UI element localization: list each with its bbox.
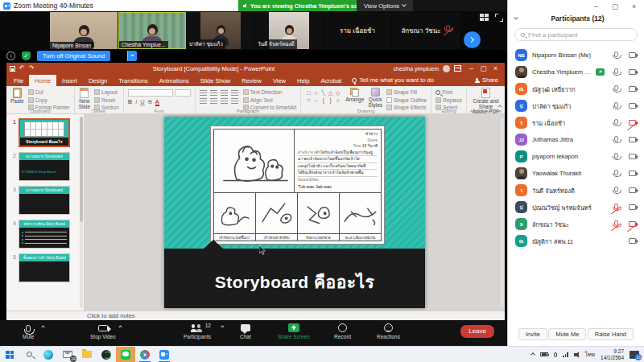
- notification-center-icon[interactable]: 13: [630, 351, 639, 359]
- shape-icon[interactable]: □: [305, 89, 312, 97]
- participant-row[interactable]: Chestha Yimpluem (Host): [508, 64, 644, 80]
- search-input[interactable]: [528, 31, 617, 39]
- ribbon-display-options-icon[interactable]: [454, 65, 461, 72]
- strikethrough-button[interactable]: S: [148, 98, 152, 105]
- notes-area[interactable]: Click to add notes: [6, 311, 505, 320]
- close-button[interactable]: ×: [489, 64, 502, 72]
- original-sound-button[interactable]: Turn off Original Sound: [37, 51, 110, 61]
- undo-icon[interactable]: ↶: [19, 65, 25, 72]
- font-size-select[interactable]: [175, 89, 191, 97]
- paste-button[interactable]: Paste: [10, 88, 24, 105]
- tab-slide-show[interactable]: Slide Show: [195, 75, 237, 86]
- shape-outline-button[interactable]: Shape Outline: [386, 97, 427, 103]
- tell-me-box[interactable]: Tell me what you want to do: [352, 76, 434, 86]
- layout-button[interactable]: Layout: [94, 89, 119, 95]
- participant-row[interactable]: P piyaporn lekapon: [508, 148, 644, 165]
- participant-search[interactable]: [514, 28, 638, 41]
- share-screen-button[interactable]: Share Screen: [278, 323, 310, 339]
- video-tile-4[interactable]: วันดี จันทร์ทองดี: [255, 12, 323, 49]
- slide-thumbnail-4[interactable]: 4 หลักการเขียน Story Board: [8, 220, 76, 249]
- mic-icon[interactable]: [611, 85, 621, 93]
- indent-icon[interactable]: [221, 90, 228, 96]
- shape-icon[interactable]: }: [327, 97, 334, 104]
- camera-icon[interactable]: [627, 69, 637, 75]
- view-options-button[interactable]: View Options: [357, 0, 413, 11]
- raise-hand-button[interactable]: Raise Hand: [588, 328, 634, 340]
- camera-off-icon[interactable]: [627, 120, 637, 125]
- quick-styles-button[interactable]: Quick Styles: [368, 88, 382, 108]
- chat-button[interactable]: Chat: [240, 323, 251, 339]
- stop-video-button[interactable]: Stop Video: [90, 323, 116, 339]
- mic-options-caret[interactable]: [42, 323, 44, 329]
- camera-icon[interactable]: [627, 238, 637, 244]
- mic-icon[interactable]: [611, 136, 621, 143]
- align-center-icon[interactable]: [210, 98, 217, 104]
- camera-icon[interactable]: [627, 86, 637, 92]
- tab-acrobat[interactable]: Acrobat: [315, 75, 347, 86]
- language-indicator[interactable]: ไทย: [585, 350, 595, 359]
- camera-icon[interactable]: [627, 103, 637, 109]
- shape-icon[interactable]: ◇: [334, 89, 341, 97]
- app-icon[interactable]: [97, 347, 116, 362]
- mail-app-icon[interactable]: 24: [58, 347, 77, 362]
- mic-muted-icon[interactable]: [611, 204, 621, 211]
- taskbar-search-icon[interactable]: [19, 347, 39, 362]
- font-color-button[interactable]: A: [155, 99, 159, 106]
- line-app-icon[interactable]: [116, 347, 135, 362]
- clock[interactable]: 9:27 14/1/2564: [601, 348, 624, 361]
- next-videos-button[interactable]: [464, 31, 481, 48]
- tab-animations[interactable]: Animations: [154, 75, 195, 86]
- security-shield-icon[interactable]: ✓: [22, 51, 31, 60]
- tab-design[interactable]: Design: [83, 75, 113, 86]
- shape-icon[interactable]: ○: [312, 89, 320, 97]
- shape-fill-button[interactable]: Shape Fill: [386, 89, 427, 95]
- justify-icon[interactable]: [231, 98, 238, 104]
- tab-file[interactable]: File: [8, 75, 29, 86]
- shape-icon[interactable]: ╲: [320, 89, 327, 97]
- restore-button[interactable]: ▢: [477, 64, 489, 72]
- meeting-info-icon[interactable]: i: [6, 51, 15, 60]
- font-name-select[interactable]: [128, 89, 173, 97]
- network-icon[interactable]: [563, 352, 568, 357]
- tab-transitions[interactable]: Transitions: [113, 75, 153, 86]
- mic-icon[interactable]: [611, 102, 621, 109]
- slide-thumbnail-2[interactable]: 2 ความหมาย Storyboard ความหมาย Story Boa…: [8, 152, 76, 181]
- text-direction-button[interactable]: Text Direction: [243, 89, 296, 95]
- mute-me-button[interactable]: Mute Me: [548, 328, 586, 340]
- invite-button[interactable]: Invite: [518, 328, 547, 340]
- slide-thumbnail-1[interactable]: 1 Storyboard คืออะไร: [8, 118, 76, 147]
- redo-icon[interactable]: ↷: [29, 65, 35, 72]
- italic-button[interactable]: I: [135, 98, 137, 105]
- mic-muted-icon[interactable]: [611, 220, 621, 228]
- gallery-view-icon[interactable]: [480, 14, 489, 21]
- participant-row[interactable]: ร ราม เฉื่อยช้า: [508, 114, 644, 131]
- reactions-button[interactable]: Reactions: [377, 323, 400, 339]
- shape-icon[interactable]: △: [327, 89, 334, 97]
- mic-icon[interactable]: [611, 51, 621, 59]
- battery-icon[interactable]: [540, 352, 548, 357]
- share-button[interactable]: Share: [469, 76, 505, 86]
- original-sound-dropdown[interactable]: [127, 51, 137, 61]
- video-tile-2-active-speaker[interactable]: Chestha Yimplue...: [118, 12, 186, 49]
- slide-thumbnail-3[interactable]: 3 ความหมาย Storyboard: [8, 186, 76, 215]
- thumbnail-scrollbar[interactable]: [80, 117, 83, 308]
- participants-button[interactable]: 12 Participants: [184, 323, 211, 339]
- mic-icon[interactable]: [611, 68, 621, 76]
- replace-button[interactable]: Replace: [436, 97, 462, 103]
- current-slide[interactable]: หัวข่าว Scene Time 15 วินาที คำอธิบาย เจ…: [164, 117, 425, 308]
- participant-row[interactable]: NB Nipaporn Binsan (Me): [508, 47, 644, 64]
- slide-thumbnail-5[interactable]: 5 ขั้นตอนการทำ Story Board: [8, 253, 76, 282]
- arrange-button[interactable]: Arrange: [345, 88, 364, 103]
- panel-minimize-button[interactable]: –: [594, 2, 598, 12]
- copy-button[interactable]: Copy: [28, 97, 70, 103]
- mic-icon[interactable]: [611, 187, 621, 194]
- minimize-button[interactable]: –: [465, 64, 477, 72]
- line-spacing-icon[interactable]: [231, 90, 238, 96]
- bold-button[interactable]: B: [128, 98, 132, 105]
- participant-row[interactable]: ว วันดี จันทร์ทองดี: [508, 182, 644, 199]
- fullscreen-icon[interactable]: [495, 14, 503, 22]
- camera-off-icon[interactable]: [627, 221, 637, 227]
- tray-mic-icon[interactable]: [554, 352, 557, 357]
- file-explorer-icon[interactable]: [77, 347, 97, 362]
- shape-icon[interactable]: ○: [334, 97, 341, 104]
